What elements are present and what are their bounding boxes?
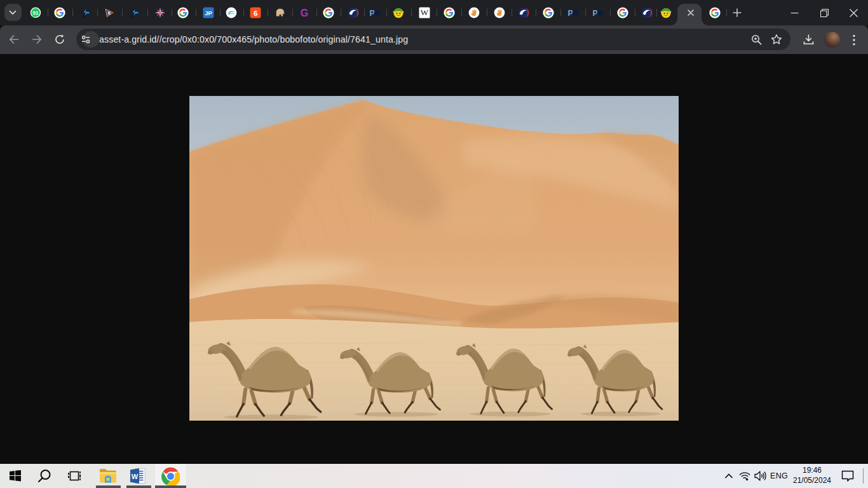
- svg-text:W: W: [132, 473, 139, 480]
- svg-text:W: W: [421, 8, 429, 17]
- svg-text:K: K: [108, 11, 111, 15]
- svg-text:JP: JP: [205, 10, 212, 17]
- svg-text:6: 6: [254, 10, 257, 17]
- svg-text:51: 51: [33, 10, 39, 16]
- svg-text:G: G: [301, 8, 308, 18]
